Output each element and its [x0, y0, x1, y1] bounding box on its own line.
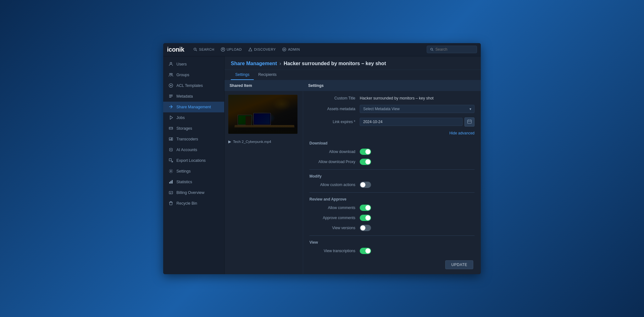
custom-title-value: Hacker surrounded by monitors – key shot	[360, 96, 475, 100]
metadata-icon	[168, 94, 173, 99]
hide-advanced-link[interactable]: Hide advanced	[309, 131, 475, 135]
divider-view	[309, 235, 475, 236]
users-icon	[168, 62, 173, 67]
transcoders-icon	[168, 137, 173, 142]
allow-custom-actions-row: Allow custom actions	[309, 182, 475, 188]
tab-settings[interactable]: Settings	[231, 70, 254, 80]
left-panel: Shared Item	[225, 80, 303, 274]
allow-download-knob	[365, 149, 370, 154]
discovery-nav-icon	[248, 47, 253, 52]
sidebar-item-export-locations[interactable]: Export Locations	[163, 155, 224, 166]
link-expires-input[interactable]	[360, 118, 463, 126]
ai-icon	[168, 147, 173, 152]
video-file-icon: ▶	[228, 139, 231, 144]
sidebar-item-acl-templates[interactable]: ACL Templates	[163, 80, 224, 91]
sidebar-item-share-management[interactable]: Share Management	[163, 102, 224, 112]
sidebar-item-statistics[interactable]: Statistics	[163, 177, 224, 187]
custom-title-row: Custom Title Hacker surrounded by monito…	[309, 96, 475, 100]
svg-point-4	[282, 48, 286, 51]
divider-review	[309, 192, 475, 193]
view-transcriptions-knob	[365, 248, 370, 253]
sidebar-export-label: Export Locations	[176, 158, 206, 163]
svg-marker-3	[249, 48, 252, 51]
view-transcriptions-toggle[interactable]	[360, 248, 371, 254]
global-search-icon	[430, 48, 434, 51]
svg-rect-29	[468, 120, 471, 123]
settings-body: Custom Title Hacker surrounded by monito…	[303, 91, 481, 274]
sidebar-item-settings[interactable]: Settings	[163, 166, 224, 177]
assets-metadata-select[interactable]: Select Metadata View	[360, 105, 475, 113]
svg-point-0	[194, 48, 196, 50]
breadcrumb-parent-link[interactable]: Share Management	[231, 61, 277, 66]
main-layout: Users Groups ACL Templates Metadata	[163, 56, 481, 274]
svg-rect-20	[172, 138, 173, 140]
view-versions-label: View versions	[309, 226, 360, 230]
calendar-button[interactable]	[464, 117, 475, 127]
top-nav: iconik SEARCH UPLOAD DISCOVERY ADMIN	[163, 43, 481, 56]
allow-comments-label: Allow comments	[309, 206, 360, 210]
allow-download-proxy-label: Allow download Proxy	[309, 160, 360, 164]
view-versions-toggle[interactable]	[360, 225, 371, 231]
sidebar-users-label: Users	[176, 62, 187, 66]
allow-download-label: Allow download	[309, 150, 360, 154]
svg-point-10	[171, 73, 172, 75]
divider-modify	[309, 169, 475, 170]
allow-comments-toggle[interactable]	[360, 205, 371, 211]
svg-rect-14	[169, 96, 173, 97]
thumbnail-scene	[228, 95, 297, 134]
sidebar-groups-label: Groups	[176, 73, 189, 77]
allow-comments-row: Allow comments	[309, 205, 475, 211]
nav-discovery[interactable]: DISCOVERY	[248, 47, 276, 52]
sidebar-item-ai-accounts[interactable]: AI Accounts	[163, 144, 224, 155]
link-expires-row: Link expires *	[309, 117, 475, 127]
allow-download-toggle[interactable]	[360, 149, 371, 155]
svg-rect-26	[170, 181, 171, 184]
sidebar-item-metadata[interactable]: Metadata	[163, 91, 224, 102]
video-thumbnail[interactable]	[228, 95, 297, 134]
content-main: Shared Item	[225, 80, 481, 274]
calendar-icon	[467, 119, 472, 124]
svg-point-24	[170, 171, 171, 172]
admin-nav-icon	[282, 47, 286, 52]
link-expires-label: Link expires *	[309, 120, 360, 124]
storages-icon	[168, 126, 173, 131]
allow-download-proxy-row: Allow download Proxy	[309, 159, 475, 165]
global-search-bar[interactable]	[427, 46, 477, 53]
approve-comments-toggle[interactable]	[360, 215, 371, 221]
sidebar-item-billing-overview[interactable]: Billing Overview	[163, 187, 224, 198]
export-icon	[168, 158, 173, 163]
global-search-input[interactable]	[436, 47, 474, 52]
approve-comments-row: Approve comments	[309, 215, 475, 221]
sidebar-item-storages[interactable]: Storages	[163, 123, 224, 134]
sidebar-settings-label: Settings	[176, 169, 191, 173]
nav-search[interactable]: SEARCH	[193, 47, 214, 52]
file-info: ▶ Tech 2_Cyberpunk.mp4	[225, 138, 303, 148]
assets-metadata-select-wrap: Select Metadata View ▼	[360, 105, 475, 113]
nav-admin[interactable]: ADMIN	[282, 47, 300, 52]
modify-section-label: Modify	[309, 174, 475, 178]
view-versions-row: View versions	[309, 225, 475, 231]
nav-upload[interactable]: UPLOAD	[221, 47, 242, 52]
allow-custom-actions-toggle[interactable]	[360, 182, 371, 188]
nav-admin-label: ADMIN	[288, 48, 300, 51]
tab-recipients[interactable]: Recipients	[254, 70, 281, 80]
allow-comments-knob	[365, 205, 370, 210]
sidebar-item-users[interactable]: Users	[163, 59, 224, 70]
svg-rect-15	[169, 97, 171, 98]
view-transcriptions-row: View transcriptions	[309, 248, 475, 254]
svg-line-1	[196, 50, 197, 51]
sidebar-item-jobs[interactable]: Jobs	[163, 112, 224, 123]
sidebar-item-transcoders[interactable]: Transcoders	[163, 134, 224, 144]
trash-icon	[168, 201, 173, 206]
custom-title-label: Custom Title	[309, 96, 360, 100]
sidebar-item-recycle-bin[interactable]: Recycle Bin	[163, 198, 224, 209]
sidebar-recycle-label: Recycle Bin	[176, 201, 197, 206]
shared-item-header: Shared Item	[225, 80, 303, 91]
allow-download-proxy-toggle[interactable]	[360, 159, 371, 165]
sidebar-item-groups[interactable]: Groups	[163, 70, 224, 80]
thumbnail-container	[225, 91, 303, 138]
tabs-bar: Settings Recipients	[225, 70, 481, 80]
svg-rect-18	[169, 138, 171, 139]
update-button[interactable]: UPDATE	[445, 260, 473, 269]
app-window: iconik SEARCH UPLOAD DISCOVERY ADMIN	[163, 43, 481, 274]
